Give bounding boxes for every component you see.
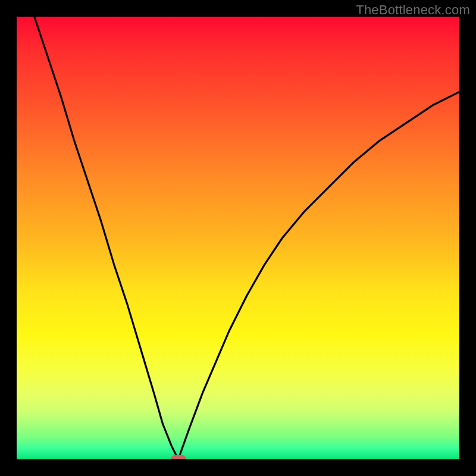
chart-frame: TheBottleneck.com bbox=[0, 0, 476, 476]
watermark-text: TheBottleneck.com bbox=[356, 2, 470, 18]
plot-area bbox=[17, 17, 459, 459]
bottleneck-curve bbox=[17, 17, 459, 459]
minimum-marker bbox=[171, 455, 186, 459]
